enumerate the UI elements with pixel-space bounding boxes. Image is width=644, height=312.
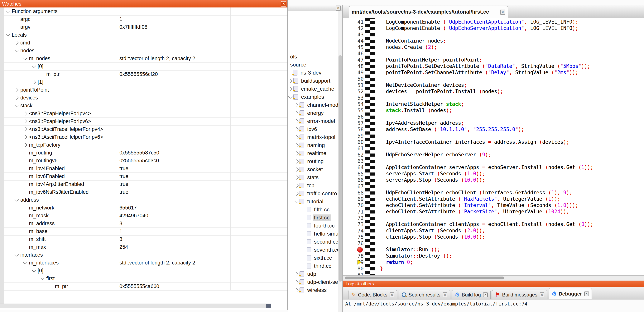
code-line[interactable]: 59 xyxy=(343,133,644,139)
tab-search-results[interactable]: Search results✕ xyxy=(398,290,450,299)
code-line[interactable]: 64ApplicationContainer serverApps = echo… xyxy=(343,164,644,170)
tree-item-ns-3-dev[interactable]: ns-3-dev xyxy=(288,69,322,77)
watches-titlebar[interactable]: Watches ✕ xyxy=(0,0,288,7)
line-number[interactable]: 53 xyxy=(347,95,364,101)
code-line[interactable]: 80} xyxy=(343,265,644,272)
watch-row[interactable]: argv0x7fffffffdf08 xyxy=(4,23,288,31)
line-number[interactable]: 76 xyxy=(347,240,364,246)
code-line[interactable]: 51NetDeviceContainer devices; xyxy=(343,82,644,88)
code-line[interactable]: 71echoClient.SetAttribute ("PacketSize",… xyxy=(343,208,644,215)
code-line[interactable]: 70echoClient.SetAttribute ("Interval", T… xyxy=(343,202,644,208)
tree-item-ipv6[interactable]: ipv6 xyxy=(288,125,318,133)
watch-row[interactable]: m_ptr0x55555556cf20 xyxy=(4,70,288,78)
line-number[interactable]: 71 xyxy=(347,208,364,215)
close-icon[interactable]: ✕ xyxy=(281,1,286,6)
line-number[interactable]: 58 xyxy=(347,126,364,133)
tree-item-routing[interactable]: routing xyxy=(288,157,325,165)
code-line[interactable]: 81 xyxy=(343,272,644,276)
chevron-right-icon[interactable] xyxy=(288,79,292,83)
watch-row[interactable]: m_ipv6Enabledtrue xyxy=(4,172,288,180)
code-line[interactable]: 47PointToPointHelper pointToPoint; xyxy=(343,57,644,63)
line-number[interactable]: 55 xyxy=(347,107,364,114)
line-number[interactable]: 67 xyxy=(347,183,364,189)
chevron-right-icon[interactable] xyxy=(23,112,27,116)
line-number[interactable]: 48 xyxy=(347,63,364,69)
watch-row[interactable]: interfaces xyxy=(4,251,288,259)
code-line[interactable]: 65serverApps.Start (Seconds (1.0)); xyxy=(343,170,644,177)
tab-build-messages[interactable]: ⚑Build messages✕ xyxy=(492,290,547,299)
tree-item-udp-client-se[interactable]: udp-client-se xyxy=(288,278,338,286)
line-number[interactable]: 43 xyxy=(347,31,364,38)
code-line[interactable]: 66serverApps.Stop (Seconds (10.0)); xyxy=(343,177,644,183)
chevron-right-icon[interactable] xyxy=(14,88,18,92)
chevron-down-icon[interactable] xyxy=(14,252,18,256)
code-line[interactable]: 43 xyxy=(343,31,644,38)
code-line[interactable]: 58address.SetBase ("10.1.1.0", "255.255.… xyxy=(343,126,644,133)
tree-item-sixth-cc[interactable]: sixth.cc xyxy=(288,254,333,262)
watch-row[interactable]: m_max254 xyxy=(4,243,288,251)
chevron-down-icon[interactable] xyxy=(14,197,18,201)
chevron-right-icon[interactable] xyxy=(294,272,298,276)
chevron-right-icon[interactable] xyxy=(294,159,298,163)
watches-hscrollbar[interactable] xyxy=(0,304,271,308)
chevron-down-icon[interactable] xyxy=(40,276,44,280)
line-number[interactable]: 41 xyxy=(347,19,364,25)
code-line[interactable]: 75clientApps.Stop (Seconds (10.0)); xyxy=(343,234,644,240)
breakpoint-icon[interactable] xyxy=(357,247,363,253)
watch-row[interactable]: nodes xyxy=(4,47,288,55)
watch-row[interactable]: m_shift8 xyxy=(4,235,288,243)
line-number[interactable]: 69 xyxy=(347,196,364,202)
line-number[interactable]: 64 xyxy=(347,164,364,170)
line-number[interactable]: 42 xyxy=(347,25,364,31)
logs-titlebar[interactable]: Logs & others xyxy=(343,281,644,287)
line-number[interactable]: 81 xyxy=(347,272,364,276)
line-number[interactable]: 66 xyxy=(347,177,364,183)
watch-row[interactable]: m_nodesstd::vector of length 2, capacity… xyxy=(4,55,288,63)
editor-hscroll-thumb[interactable] xyxy=(345,277,504,279)
chevron-right-icon[interactable] xyxy=(288,87,292,91)
watch-row[interactable]: m_address3 xyxy=(4,220,288,228)
watch-row[interactable]: m_interfacesstd::vector of length 2, cap… xyxy=(4,259,288,267)
code-line[interactable]: 53 xyxy=(343,95,644,101)
watch-row[interactable]: [1] xyxy=(4,78,288,86)
tree-item-error-model[interactable]: error-model xyxy=(288,117,336,125)
chevron-down-icon[interactable] xyxy=(23,260,27,264)
line-number[interactable]: 60 xyxy=(347,139,364,145)
code-line[interactable]: 69echoClient.SetAttribute ("MaxPackets",… xyxy=(343,196,644,202)
chevron-right-icon[interactable] xyxy=(294,143,298,147)
watch-row[interactable]: devices xyxy=(4,94,288,102)
code-line[interactable]: 61 xyxy=(343,145,644,152)
chevron-right-icon[interactable] xyxy=(294,151,298,155)
line-number[interactable]: 47 xyxy=(347,57,364,63)
chevron-down-icon[interactable] xyxy=(32,64,36,68)
code-line[interactable]: 77Simulator::Run (); xyxy=(343,246,644,253)
chevron-right-icon[interactable] xyxy=(14,96,18,100)
chevron-right-icon[interactable] xyxy=(294,111,298,115)
code-line[interactable]: 78Simulator::Destroy (); xyxy=(343,253,644,259)
chevron-right-icon[interactable] xyxy=(294,167,298,171)
chevron-down-icon[interactable] xyxy=(23,56,27,60)
chevron-down-icon[interactable] xyxy=(294,199,298,203)
code-line[interactable]: 73ApplicationContainer clientApps = echo… xyxy=(343,221,644,227)
watch-row[interactable]: [0] xyxy=(4,62,288,71)
code-line[interactable]: 41LogComponentEnable ("UdpEchoClientAppl… xyxy=(343,19,644,25)
code-area[interactable]: 41LogComponentEnable ("UdpEchoClientAppl… xyxy=(343,18,644,276)
line-number[interactable]: 51 xyxy=(347,82,364,88)
line-number[interactable]: 65 xyxy=(347,170,364,177)
chevron-right-icon[interactable] xyxy=(294,119,298,123)
chevron-right-icon[interactable] xyxy=(294,103,298,107)
tree-item-second-cc[interactable]: second.cc xyxy=(288,238,338,246)
watch-row[interactable]: Function arguments xyxy=(4,7,288,15)
close-icon[interactable]: ✕ xyxy=(584,292,589,296)
code-line[interactable]: 72 xyxy=(343,215,644,221)
line-number[interactable]: 57 xyxy=(347,120,364,126)
chevron-right-icon[interactable] xyxy=(294,280,298,284)
line-number[interactable]: 68 xyxy=(347,189,364,196)
watch-row[interactable]: <ns3::AsciiTraceHelperForIpv6> xyxy=(4,133,288,141)
code-line[interactable]: 60Ipv4InterfaceContainer interfaces = ad… xyxy=(343,139,644,145)
line-number[interactable]: 74 xyxy=(347,227,364,234)
code-line[interactable]: 44NodeContainer nodes; xyxy=(343,38,644,44)
code-line[interactable]: 56 xyxy=(343,114,644,120)
line-number[interactable]: 46 xyxy=(347,50,364,57)
tree-item-wireless[interactable]: wireless xyxy=(288,286,328,294)
